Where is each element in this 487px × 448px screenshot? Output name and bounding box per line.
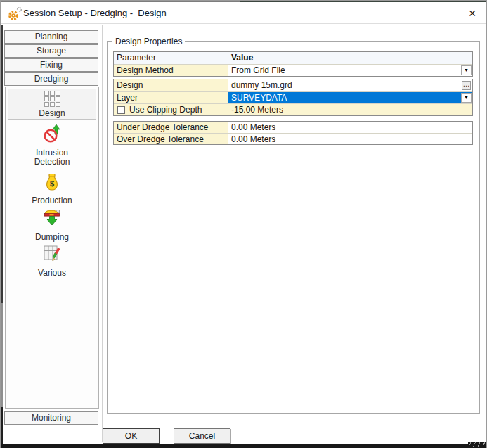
chevron-down-icon[interactable]: ▼	[461, 93, 472, 103]
clipping-depth-value: -15.00 Meters	[231, 105, 283, 115]
table-header-row: Parameter Value	[114, 52, 472, 64]
dredging-subpanel: Design Intrusion Detection	[5, 87, 99, 409]
subpanel-item-production[interactable]: $ Production	[6, 172, 98, 205]
screen-edge-artifact	[240, 1, 486, 2]
design-file-value: dummy 15m.grd	[231, 80, 292, 90]
property-table-group-1: Parameter Value Design Method From Grid …	[113, 51, 473, 77]
groupbox-title: Design Properties	[112, 37, 185, 46]
property-table-group-2: Design dummy 15m.grd … Layer SURVEYDATA …	[113, 79, 473, 116]
browse-ellipsis-button[interactable]: …	[462, 81, 471, 90]
titlebar: Session Setup - Dredging - Design ✕	[1, 2, 486, 24]
sidebar: Planning Storage Fixing Dredging Design	[3, 25, 102, 442]
sidebar-item-storage[interactable]: Storage	[4, 44, 98, 58]
subpanel-item-label: Intrusion Detection	[20, 148, 84, 167]
resize-grip[interactable]	[468, 442, 486, 447]
clipping-depth-field[interactable]: -15.00 Meters	[228, 104, 472, 115]
subpanel-item-various[interactable]: Various	[6, 244, 98, 278]
cancel-button[interactable]: Cancel	[174, 428, 230, 444]
subpanel-item-label: Design	[20, 109, 84, 118]
design-grid-icon	[44, 91, 60, 107]
subpanel-item-dumping[interactable]: Dumping	[6, 209, 98, 242]
subpanel-item-label: Various	[20, 269, 84, 278]
close-icon[interactable]: ✕	[465, 6, 480, 21]
screen-edge-artifact	[1, 1, 240, 2]
sidebar-item-monitoring[interactable]: Monitoring	[4, 411, 98, 425]
sidebar-item-fixing[interactable]: Fixing	[4, 58, 98, 72]
param-under-dredge-tolerance: Under Dredge Tolerance	[114, 122, 228, 133]
param-over-dredge-tolerance: Over Dredge Tolerance	[114, 134, 228, 144]
layer-combobox[interactable]: SURVEYDATA ▼	[228, 92, 472, 103]
param-design-method: Design Method	[114, 65, 228, 76]
design-method-combobox[interactable]: From Grid File ▼	[228, 65, 472, 76]
row-use-clipping-depth: Use Clipping Depth -15.00 Meters	[114, 103, 472, 115]
layer-value: SURVEYDATA	[231, 93, 287, 103]
production-money-bag-icon: $	[44, 172, 60, 194]
subpanel-item-intrusion-detection[interactable]: Intrusion Detection	[6, 124, 98, 167]
design-file-field[interactable]: dummy 15m.grd …	[228, 79, 472, 91]
design-method-value: From Grid File	[231, 65, 285, 75]
under-dredge-tolerance-field[interactable]: 0.00 Meters	[228, 122, 472, 133]
screen-edge-artifact	[1, 303, 3, 407]
use-clipping-depth-checkbox[interactable]	[117, 106, 125, 114]
dumping-icon	[43, 209, 61, 231]
header-parameter: Parameter	[114, 52, 228, 64]
over-dredge-tolerance-field[interactable]: 0.00 Meters	[228, 134, 472, 144]
screen-edge-artifact	[1, 444, 486, 448]
screen-edge-artifact	[1, 25, 3, 303]
header-value: Value	[228, 52, 472, 64]
sidebar-divider	[102, 25, 103, 442]
intrusion-detection-icon	[43, 124, 61, 146]
param-use-clipping-depth: Use Clipping Depth	[114, 104, 228, 115]
row-layer: Layer SURVEYDATA ▼	[114, 91, 472, 103]
row-design-method: Design Method From Grid File ▼	[114, 64, 472, 76]
various-grid-pencil-icon	[43, 244, 62, 267]
subpanel-item-design[interactable]: Design	[8, 89, 96, 120]
session-setup-window: Session Setup - Dredging - Design ✕ Plan…	[0, 0, 487, 448]
chevron-down-icon[interactable]: ▼	[461, 65, 472, 75]
over-dredge-tolerance-value: 0.00 Meters	[231, 134, 275, 144]
row-design: Design dummy 15m.grd …	[114, 79, 472, 91]
ok-button[interactable]: OK	[103, 428, 160, 444]
subpanel-item-label: Dumping	[20, 233, 84, 242]
svg-text:$: $	[50, 179, 54, 188]
property-table-group-3: Under Dredge Tolerance 0.00 Meters Over …	[113, 121, 473, 145]
subpanel-item-label: Production	[20, 196, 84, 205]
row-over-dredge-tolerance: Over Dredge Tolerance 0.00 Meters	[114, 133, 472, 144]
under-dredge-tolerance-value: 0.00 Meters	[231, 122, 275, 132]
session-setup-gear-icon	[7, 6, 22, 20]
sidebar-item-dredging[interactable]: Dredging	[4, 72, 98, 86]
param-design: Design	[114, 79, 228, 91]
param-layer: Layer	[114, 92, 228, 103]
use-clipping-depth-label: Use Clipping Depth	[129, 105, 202, 115]
screen-edge-artifact	[1, 407, 3, 448]
row-under-dredge-tolerance: Under Dredge Tolerance 0.00 Meters	[114, 122, 472, 133]
window-title: Session Setup - Dredging - Design	[23, 8, 167, 18]
sidebar-item-planning[interactable]: Planning	[4, 30, 98, 44]
